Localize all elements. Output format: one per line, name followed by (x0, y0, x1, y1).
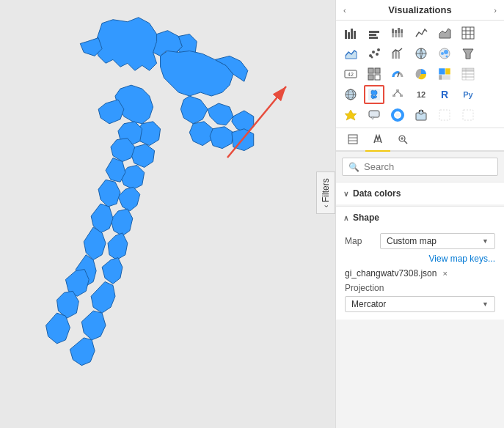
format-tabs (336, 128, 504, 152)
viz-icon-gauge[interactable] (387, 64, 408, 84)
viz-icon-speech[interactable] (364, 106, 384, 125)
svg-rect-50 (462, 68, 474, 71)
viz-icon-column[interactable] (364, 23, 384, 43)
map-field-row: Map Custom map ▼ (345, 233, 495, 249)
svg-rect-49 (442, 75, 450, 80)
search-icon: 🔍 (348, 162, 359, 172)
svg-rect-8 (369, 37, 378, 39)
svg-rect-7 (369, 34, 376, 36)
file-tag: gi_changwatv7308.json × (345, 268, 495, 278)
viz-icon-bar[interactable] (340, 23, 361, 43)
viz-icon-globe[interactable] (340, 85, 361, 104)
svg-rect-47 (445, 68, 450, 75)
viz-icon-kpi[interactable] (364, 64, 384, 84)
shape-content: Map Custom map ▼ View map keys... gi_cha… (336, 229, 504, 320)
tab-fields[interactable] (340, 128, 365, 152)
svg-rect-44 (375, 75, 380, 80)
map-area: ‹ Filters (0, 0, 335, 428)
svg-rect-48 (439, 75, 442, 80)
svg-rect-67 (369, 111, 379, 117)
svg-rect-2 (345, 30, 347, 39)
svg-rect-31 (398, 52, 400, 59)
viz-icon-r[interactable]: R (434, 85, 455, 104)
analytics-icon (398, 134, 408, 144)
svg-rect-52 (462, 74, 474, 77)
search-box[interactable]: 🔍 (342, 158, 498, 176)
viz-icon-table[interactable] (458, 23, 478, 43)
viz-icon-donut[interactable] (387, 106, 408, 125)
data-colors-section: ∨ Data colors (336, 182, 504, 204)
svg-rect-75 (439, 110, 450, 120)
file-name: gi_changwatv7308.json (345, 268, 437, 278)
viz-next-arrow[interactable]: › (494, 6, 497, 15)
data-colors-header[interactable]: ∨ Data colors (336, 182, 504, 204)
svg-point-25 (372, 51, 375, 54)
svg-marker-68 (371, 117, 374, 119)
viz-icon-map-bubble[interactable] (434, 44, 455, 63)
remove-file-button[interactable]: × (442, 269, 447, 278)
viz-icon-py[interactable]: Py (458, 85, 478, 104)
viz-icon-map[interactable] (411, 44, 431, 63)
svg-line-64 (394, 92, 398, 95)
svg-point-26 (376, 53, 379, 56)
filters-label: Filters (321, 178, 331, 202)
svg-rect-3 (348, 32, 350, 39)
visualizations-title: Visualizations (388, 4, 451, 15)
viz-icon-line-area[interactable] (340, 44, 361, 63)
viz-icon-card[interactable]: 42 (340, 64, 361, 84)
viz-prev-arrow[interactable]: ‹ (343, 6, 346, 15)
map-label: Map (345, 236, 374, 246)
svg-marker-66 (345, 110, 357, 120)
tab-format[interactable] (365, 128, 390, 152)
map-dropdown-arrow: ▼ (482, 237, 489, 245)
svg-point-36 (444, 50, 448, 54)
projection-value: Mercator (351, 299, 386, 309)
tab-analytics[interactable] (390, 128, 415, 152)
viz-icon-empty2[interactable] (458, 106, 478, 125)
viz-icon-decomp[interactable] (387, 85, 408, 104)
viz-icon-shape-map[interactable] (364, 85, 384, 104)
shape-header[interactable]: ∧ Shape (336, 206, 504, 229)
filters-tab[interactable]: ‹ Filters (316, 171, 335, 214)
svg-point-27 (377, 48, 380, 51)
map-dropdown[interactable]: Custom map ▼ (380, 233, 495, 249)
filters-chevron: ‹ (322, 204, 330, 207)
svg-rect-42 (375, 68, 380, 73)
viz-icon-combo[interactable] (387, 44, 408, 63)
svg-rect-62 (392, 95, 395, 97)
viz-icon-stacked[interactable] (387, 23, 408, 43)
svg-rect-29 (392, 53, 394, 59)
shape-title: Shape (353, 213, 379, 223)
svg-rect-63 (400, 95, 403, 97)
data-colors-title: Data colors (353, 188, 401, 199)
svg-rect-30 (395, 51, 397, 59)
svg-rect-14 (398, 33, 400, 37)
viz-icon-pie[interactable] (411, 64, 431, 84)
svg-rect-10 (392, 33, 394, 37)
svg-rect-15 (401, 29, 403, 33)
search-input[interactable] (364, 161, 492, 172)
svg-point-37 (446, 56, 448, 58)
projection-dropdown[interactable]: Mercator ▼ (345, 296, 495, 312)
format-icon (373, 134, 383, 144)
viz-icon-number[interactable]: 12 (411, 85, 431, 104)
viz-icon-area[interactable] (434, 23, 455, 43)
viz-icon-empty1[interactable] (434, 106, 455, 125)
map-value: Custom map (387, 236, 437, 246)
viz-icon-scatter[interactable] (364, 44, 384, 63)
viz-icon-line[interactable] (411, 23, 431, 43)
viz-icon-treemap[interactable] (434, 64, 455, 84)
viz-r-label: R (441, 89, 448, 100)
viz-icon-smart[interactable] (411, 106, 431, 125)
view-map-keys-link[interactable]: View map keys... (345, 254, 495, 264)
viz-icon-matrix[interactable] (458, 64, 478, 84)
visualizations-header: ‹ Visualizations › (336, 0, 504, 21)
data-colors-chevron: ∨ (343, 190, 348, 198)
viz-icon-qa[interactable] (340, 106, 361, 125)
viz-icon-funnel[interactable] (458, 44, 478, 63)
svg-rect-74 (422, 110, 423, 112)
projection-label: Projection (345, 283, 495, 293)
svg-text:42: 42 (348, 72, 354, 77)
shape-section: ∧ Shape Map Custom map ▼ View map keys..… (336, 206, 504, 320)
shape-chevron: ∧ (343, 214, 348, 222)
